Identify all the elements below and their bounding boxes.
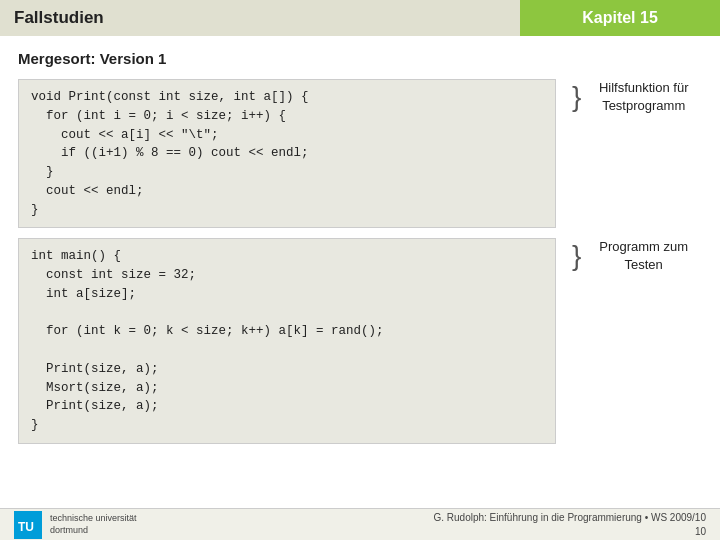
code-section-1: void Print(const int size, int a[]) { fo… xyxy=(18,79,702,228)
footer-page-number: 10 xyxy=(695,526,706,537)
chapter-label: Kapitel 15 xyxy=(582,9,658,27)
footer: TU technische universität dortmund G. Ru… xyxy=(0,508,720,540)
code-block-1: void Print(const int size, int a[]) { fo… xyxy=(18,79,556,228)
code-block-2: int main() { const int size = 32; int a[… xyxy=(18,238,556,444)
annotation-2: } Programm zum Testen xyxy=(572,238,702,274)
annotation-label-1: Hilfsfunktion für Testprogramm xyxy=(585,79,702,115)
header: Fallstudien Kapitel 15 xyxy=(0,0,720,36)
page-title: Fallstudien xyxy=(14,8,104,28)
university-line2: dortmund xyxy=(50,525,88,535)
code-section-2: int main() { const int size = 32; int a[… xyxy=(18,238,702,444)
header-chapter-area: Kapitel 15 xyxy=(520,0,720,36)
brace-2: } xyxy=(572,242,581,270)
footer-university-text: technische universität dortmund xyxy=(50,513,137,536)
annotation-1: } Hilfsfunktion für Testprogramm xyxy=(572,79,702,115)
brace-1: } xyxy=(572,83,581,111)
university-line1: technische universität xyxy=(50,513,137,523)
footer-citation: G. Rudolph: Einführung in die Programmie… xyxy=(433,512,706,523)
svg-text:TU: TU xyxy=(18,520,34,534)
footer-logo-area: TU technische universität dortmund xyxy=(14,511,137,539)
footer-info: G. Rudolph: Einführung in die Programmie… xyxy=(433,511,706,539)
main-content: Mergesort: Version 1 void Print(const in… xyxy=(0,36,720,444)
header-title-area: Fallstudien xyxy=(0,0,520,36)
page-subtitle: Mergesort: Version 1 xyxy=(18,50,702,67)
tu-logo-icon: TU xyxy=(14,511,42,539)
annotation-label-2: Programm zum Testen xyxy=(585,238,702,274)
